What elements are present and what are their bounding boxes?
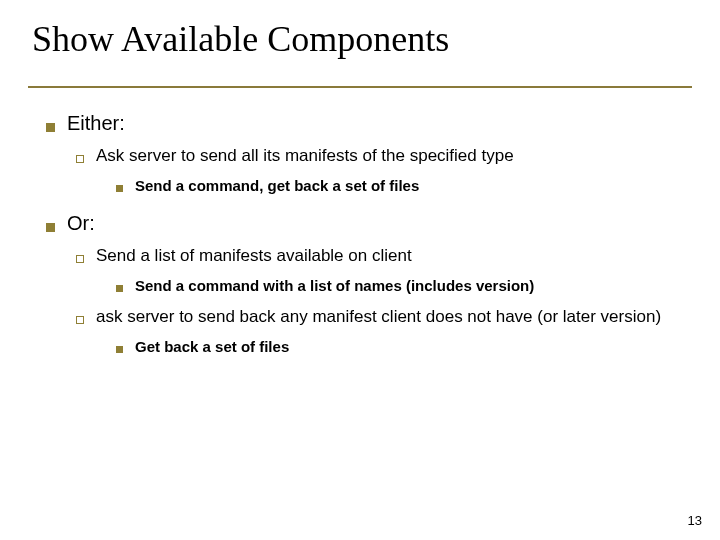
- bullet-text: Get back a set of files: [135, 337, 289, 357]
- bullet-text: Ask server to send all its manifests of …: [96, 145, 514, 168]
- list-item: ask server to send back any manifest cli…: [76, 306, 692, 357]
- square-small-bullet-icon: [116, 185, 123, 192]
- bullet-text: Either:: [67, 112, 125, 135]
- square-bullet-icon: [46, 223, 55, 232]
- square-outline-bullet-icon: [76, 316, 84, 324]
- square-small-bullet-icon: [116, 346, 123, 353]
- bullet-text: Or:: [67, 212, 95, 235]
- list-item: Or: Send a list of manifests available o…: [46, 212, 692, 357]
- square-outline-bullet-icon: [76, 155, 84, 163]
- list-item: Send a command, get back a set of files: [116, 176, 692, 196]
- title-underline: Show Available Components: [28, 18, 692, 88]
- list-item: Ask server to send all its manifests of …: [76, 145, 692, 196]
- slide: Show Available Components Either: Ask se…: [0, 0, 720, 540]
- square-small-bullet-icon: [116, 285, 123, 292]
- list-item: Get back a set of files: [116, 337, 692, 357]
- bullet-text: Send a list of manifests available on cl…: [96, 245, 412, 268]
- list-item: Either: Ask server to send all its manif…: [46, 112, 692, 196]
- square-outline-bullet-icon: [76, 255, 84, 263]
- slide-content: Either: Ask server to send all its manif…: [28, 112, 692, 358]
- page-number: 13: [688, 513, 702, 528]
- slide-title: Show Available Components: [32, 18, 692, 66]
- list-item: Send a command with a list of names (inc…: [116, 276, 692, 296]
- square-bullet-icon: [46, 123, 55, 132]
- bullet-text: Send a command with a list of names (inc…: [135, 276, 534, 296]
- bullet-text: Send a command, get back a set of files: [135, 176, 419, 196]
- list-item: Send a list of manifests available on cl…: [76, 245, 692, 296]
- bullet-text: ask server to send back any manifest cli…: [96, 306, 661, 329]
